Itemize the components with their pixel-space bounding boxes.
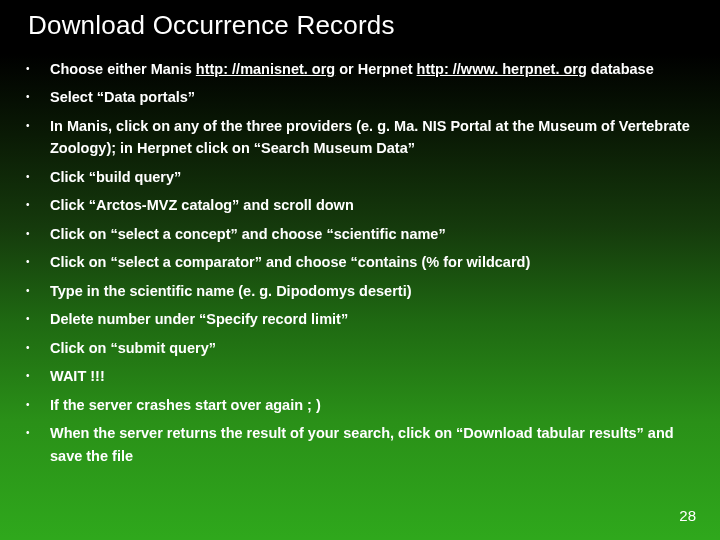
slide: Download Occurrence Records Choose eithe…	[0, 0, 720, 540]
list-item: Click on “submit query”	[20, 337, 690, 359]
text: WAIT !!!	[50, 368, 105, 384]
text: Click on “select a comparator” and choos…	[50, 254, 530, 270]
list-item: Click on “select a concept” and choose “…	[20, 223, 690, 245]
text: Delete number under “Specify record limi…	[50, 311, 348, 327]
text: If the server crashes start over again ;…	[50, 397, 321, 413]
list-item: If the server crashes start over again ;…	[20, 394, 690, 416]
list-item: Click on “select a comparator” and choos…	[20, 251, 690, 273]
list-item: When the server returns the result of yo…	[20, 422, 690, 467]
page-number: 28	[679, 507, 696, 524]
text: Click “Arctos-MVZ catalog” and scroll do…	[50, 197, 354, 213]
slide-body: Choose either Manis http: //manisnet. or…	[20, 58, 690, 473]
text: Click on “select a concept” and choose “…	[50, 226, 446, 242]
list-item: Click “Arctos-MVZ catalog” and scroll do…	[20, 194, 690, 216]
text: When the server returns the result of yo…	[50, 425, 674, 463]
list-item: Click “build query”	[20, 166, 690, 188]
text: Click “build query”	[50, 169, 181, 185]
text: In Manis, click on any of the three prov…	[50, 118, 690, 156]
list-item: WAIT !!!	[20, 365, 690, 387]
text: Select “Data portals”	[50, 89, 195, 105]
slide-title: Download Occurrence Records	[28, 10, 395, 41]
link-manis[interactable]: http: //manisnet. org	[196, 61, 335, 77]
text: or Herpnet	[335, 61, 416, 77]
text: database	[587, 61, 654, 77]
list-item: Choose either Manis http: //manisnet. or…	[20, 58, 690, 80]
text: Choose either Manis	[50, 61, 196, 77]
list-item: In Manis, click on any of the three prov…	[20, 115, 690, 160]
link-herpnet[interactable]: http: //www. herpnet. org	[417, 61, 587, 77]
list-item: Delete number under “Specify record limi…	[20, 308, 690, 330]
text: Click on “submit query”	[50, 340, 216, 356]
text: Type in the scientific name (e. g. Dipod…	[50, 283, 412, 299]
list-item: Type in the scientific name (e. g. Dipod…	[20, 280, 690, 302]
bullet-list: Choose either Manis http: //manisnet. or…	[20, 58, 690, 467]
list-item: Select “Data portals”	[20, 86, 690, 108]
